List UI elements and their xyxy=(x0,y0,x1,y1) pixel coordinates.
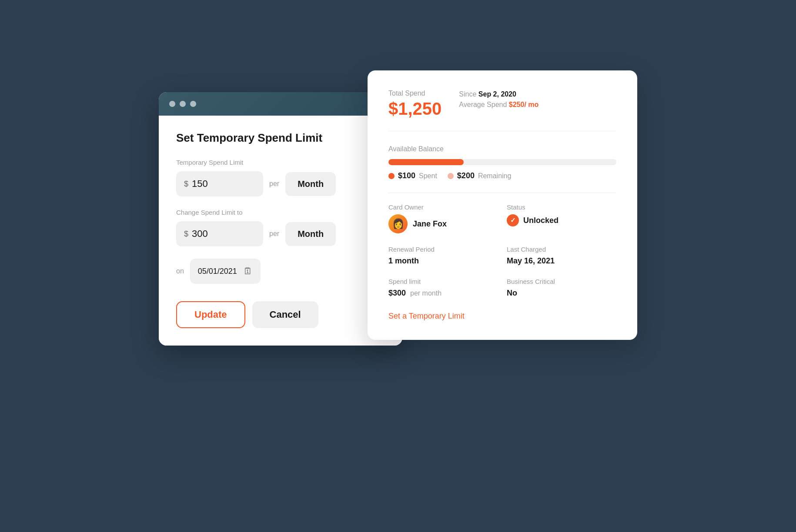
avatar-emoji: 👩 xyxy=(392,218,404,229)
change-dollar-sign: $ xyxy=(184,229,188,239)
business-critical-value: No xyxy=(507,289,616,298)
since-section: Since Sep 2, 2020 Average Spend $250/ mo xyxy=(459,90,538,109)
divider xyxy=(388,193,616,193)
since-label: Since xyxy=(459,90,476,98)
status-label: Status xyxy=(507,203,616,211)
info-grid: Card Owner 👩 Jane Fox Status ✓ Un xyxy=(388,203,616,298)
since-date: Sep 2, 2020 xyxy=(478,90,516,98)
status-value: ✓ Unlocked xyxy=(507,214,616,226)
spend-limit-cell: Spend limit $300 per month xyxy=(388,278,498,298)
titlebar-dot-2 xyxy=(180,101,186,107)
on-label: on xyxy=(176,267,184,275)
set-temp-limit-link[interactable]: Set a Temporary Limit xyxy=(388,312,465,321)
spent-legend: $100 Spent xyxy=(388,171,437,180)
renewal-value: 1 month xyxy=(388,256,498,266)
titlebar-dot-3 xyxy=(190,101,196,107)
button-row: Update Cancel xyxy=(176,301,385,328)
business-critical-label: Business Critical xyxy=(507,278,616,285)
spend-limit-amount: $300 xyxy=(388,289,406,298)
remaining-amount: $200 xyxy=(457,171,475,180)
spent-dot xyxy=(388,173,395,179)
date-input[interactable]: 05/01/2021 🗓 xyxy=(190,259,261,284)
date-row: on 05/01/2021 🗓 xyxy=(176,259,385,284)
remaining-dot xyxy=(448,173,454,179)
change-limit-row: $ 300 per Month xyxy=(176,221,385,246)
card-owner-value: 👩 Jane Fox xyxy=(388,214,498,233)
last-charged-value: May 16, 2021 xyxy=(507,256,616,266)
spent-amount: $100 xyxy=(398,171,415,180)
since-text: Since Sep 2, 2020 xyxy=(459,90,538,98)
last-charged-label: Last Charged xyxy=(507,246,616,253)
status-text: Unlocked xyxy=(523,216,559,225)
business-critical-cell: Business Critical No xyxy=(507,278,616,298)
change-period-button[interactable]: Month xyxy=(285,222,336,246)
date-value: 05/01/2021 xyxy=(198,267,237,276)
current-limit-row: $ 150 per Month xyxy=(176,171,385,196)
current-per-label: per xyxy=(269,180,279,188)
spend-limit-value: $300 per month xyxy=(388,289,498,298)
total-spend-amount: $1,250 xyxy=(388,99,441,119)
cancel-button[interactable]: Cancel xyxy=(252,301,318,328)
renewal-label: Renewal Period xyxy=(388,246,498,253)
card-owner-label: Card Owner xyxy=(388,203,498,211)
avatar: 👩 xyxy=(388,214,408,233)
titlebar-dot-1 xyxy=(169,101,175,107)
avg-spend: Average Spend $250/ mo xyxy=(459,101,538,109)
remaining-legend: $200 Remaining xyxy=(448,171,512,180)
total-spend-label: Total Spend xyxy=(388,90,441,97)
current-limit-input[interactable]: $ 150 xyxy=(176,171,263,196)
balance-legend: $100 Spent $200 Remaining xyxy=(388,171,616,180)
progress-fill xyxy=(388,159,464,165)
status-check-icon: ✓ xyxy=(507,214,519,226)
change-limit-input[interactable]: $ 300 xyxy=(176,221,263,246)
current-limit-label: Temporary Spend Limit xyxy=(176,159,385,166)
spend-limit-unit: per month xyxy=(410,289,441,297)
spent-label: Spent xyxy=(419,172,437,180)
modal-body: Set Temporary Spend Limit Temporary Spen… xyxy=(159,116,402,346)
card-owner-row: 👩 Jane Fox xyxy=(388,214,447,233)
spend-limit-label: Spend limit xyxy=(388,278,498,285)
card-owner-name: Jane Fox xyxy=(413,219,447,229)
current-dollar-sign: $ xyxy=(184,180,188,189)
change-limit-value: 300 xyxy=(192,228,208,239)
calendar-icon: 🗓 xyxy=(243,266,253,277)
renewal-cell: Renewal Period 1 month xyxy=(388,246,498,266)
status-cell: Status ✓ Unlocked xyxy=(507,203,616,233)
avg-label: Average Spend xyxy=(459,101,507,108)
progress-bar xyxy=(388,159,616,165)
modal-titlebar xyxy=(159,92,402,116)
change-per-label: per xyxy=(269,230,279,238)
balance-section: Available Balance $100 Spent $200 Remain… xyxy=(388,145,616,180)
modal-title: Set Temporary Spend Limit xyxy=(176,131,385,145)
spend-header: Total Spend $1,250 Since Sep 2, 2020 Ave… xyxy=(388,90,616,131)
avg-amount: $250/ mo xyxy=(509,101,538,108)
right-panel: Total Spend $1,250 Since Sep 2, 2020 Ave… xyxy=(368,70,637,340)
current-period-button[interactable]: Month xyxy=(285,172,336,196)
remaining-label: Remaining xyxy=(478,172,511,180)
last-charged-cell: Last Charged May 16, 2021 xyxy=(507,246,616,266)
left-modal: Set Temporary Spend Limit Temporary Spen… xyxy=(159,92,402,346)
total-spend-section: Total Spend $1,250 xyxy=(388,90,441,119)
update-button[interactable]: Update xyxy=(176,301,245,328)
change-limit-label: Change Spend Limit to xyxy=(176,209,385,216)
balance-label: Available Balance xyxy=(388,145,616,153)
status-row: ✓ Unlocked xyxy=(507,214,559,226)
current-limit-value: 150 xyxy=(192,178,208,190)
card-owner-cell: Card Owner 👩 Jane Fox xyxy=(388,203,498,233)
